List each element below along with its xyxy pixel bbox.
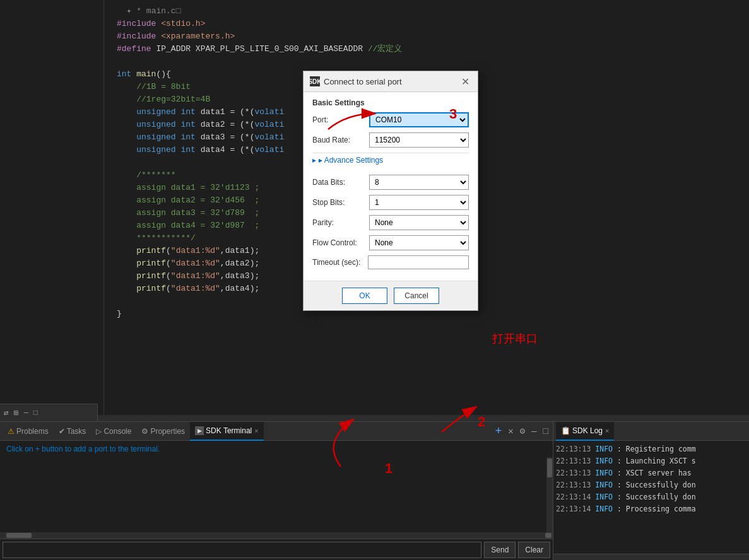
dialog-overlay: SDK Connect to serial port ✕ Basic Setti… xyxy=(0,0,749,560)
baud-rate-select[interactable]: 115200 xyxy=(369,132,469,148)
ok-button[interactable]: OK xyxy=(342,288,387,304)
flow-control-select[interactable]: None xyxy=(369,235,469,250)
data-bits-field: Data Bits: 8 xyxy=(312,175,469,190)
dialog-app-icon: SDK xyxy=(310,76,320,86)
stop-bits-field: Stop Bits: 1 xyxy=(312,195,469,210)
baud-rate-label: Baud Rate: xyxy=(312,136,369,144)
basic-settings-title: Basic Settings xyxy=(312,98,469,107)
advance-section: Data Bits: 8 Stop Bits: 1 Parity: None xyxy=(312,171,469,269)
dialog-title-left: SDK Connect to serial port xyxy=(310,76,402,86)
baud-rate-field: Baud Rate: 115200 xyxy=(312,132,469,148)
dialog-titlebar: SDK Connect to serial port ✕ xyxy=(304,71,478,92)
annotation-num-3: 3 xyxy=(449,106,457,122)
advance-settings-label: ▸ Advance Settings xyxy=(319,156,383,165)
port-label: Port: xyxy=(312,115,369,124)
dialog-footer: OK Cancel xyxy=(304,281,478,310)
chinese-annotation: 打开串口 xyxy=(492,331,538,346)
parity-field: Parity: None xyxy=(312,215,469,230)
timeout-field: Timeout (sec): xyxy=(312,255,469,269)
dialog-title-text: Connect to serial port xyxy=(324,77,402,86)
annotation-num-2: 2 xyxy=(478,414,485,430)
parity-select[interactable]: None xyxy=(369,215,469,230)
data-bits-select[interactable]: 8 xyxy=(369,175,469,190)
cancel-button[interactable]: Cancel xyxy=(394,288,439,304)
annotation-num-1: 1 xyxy=(385,460,392,477)
flow-control-label: Flow Control: xyxy=(312,238,369,247)
stop-bits-select[interactable]: 1 xyxy=(369,195,469,210)
stop-bits-label: Stop Bits: xyxy=(312,198,369,207)
timeout-input[interactable] xyxy=(368,255,469,269)
flow-control-field: Flow Control: None xyxy=(312,235,469,250)
advance-settings-toggle[interactable]: ▸ Advance Settings xyxy=(312,153,469,165)
dialog-close-button[interactable]: ✕ xyxy=(459,75,471,88)
timeout-label: Timeout (sec): xyxy=(312,258,368,267)
data-bits-label: Data Bits: xyxy=(312,178,369,187)
parity-label: Parity: xyxy=(312,218,369,227)
port-field: Port: COM10 xyxy=(312,112,469,127)
